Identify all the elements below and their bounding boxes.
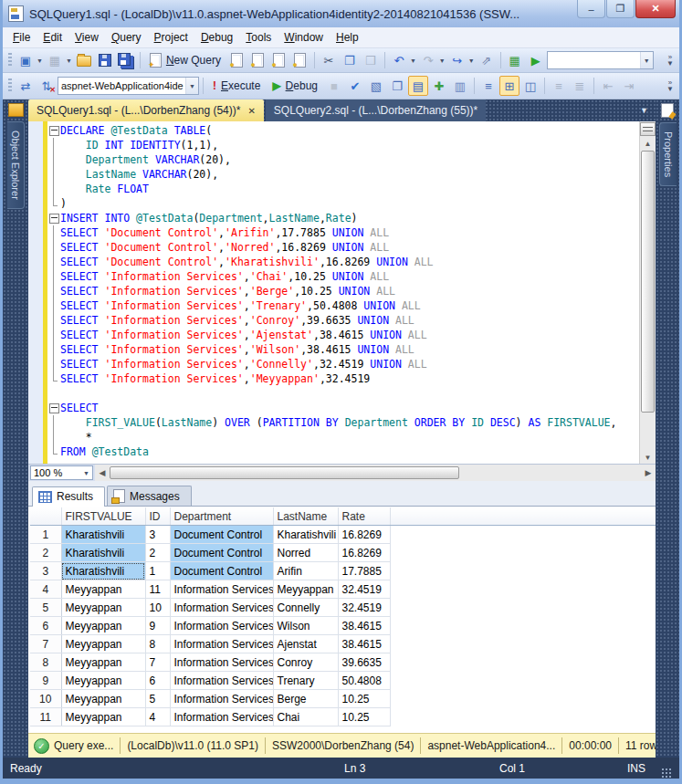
database-combo[interactable]: aspnet-WebApplication4ide▼ [58, 77, 199, 95]
row-header[interactable]: 9 [30, 672, 61, 690]
grid-cell[interactable]: 6 [145, 672, 170, 690]
redo-icon[interactable]: ↷ [418, 50, 438, 70]
grid-cell[interactable]: Information Services [170, 599, 273, 617]
open-file-button[interactable] [74, 50, 94, 70]
resize-grip[interactable] [662, 768, 672, 779]
code-area[interactable]: DECLARE @TestData TABLE( ID INT IDENTITY… [47, 121, 639, 464]
grid-cell[interactable]: 11 [145, 580, 170, 599]
new-query-button[interactable]: ✦New Query [144, 51, 226, 69]
toolbar-grip[interactable] [8, 78, 12, 93]
results-tab-messages[interactable]: Messages [107, 486, 192, 506]
maximize-button[interactable]: ❐ [606, 0, 635, 18]
chevron-down-icon[interactable]: ▼ [66, 57, 72, 64]
results-tab-results[interactable]: Results [32, 486, 105, 507]
row-header[interactable]: 2 [30, 544, 61, 562]
document-tab-2[interactable]: SQLQuery2.sql - (L...\DorbenZhang (55))* [266, 99, 486, 121]
increase-indent-icon[interactable]: ⇥ [619, 76, 639, 96]
parse-icon[interactable]: ✔ [345, 76, 365, 96]
minimize-button[interactable]: – [577, 0, 605, 18]
grid-cell[interactable]: 5 [145, 690, 170, 708]
title-bar[interactable]: SQLQuery1.sql - (LocalDb)\v11.0.aspnet-W… [3, 0, 679, 27]
toolbar-overflow-button[interactable]: »▼ [664, 54, 677, 67]
client-statistics-icon[interactable]: ▥ [450, 76, 470, 96]
horizontal-scroll-thumb[interactable] [110, 466, 459, 479]
grid-cell[interactable]: Conroy [273, 653, 338, 672]
grid-cell[interactable]: Kharatishvili [61, 562, 145, 580]
grid-cell[interactable]: Meyyappan [61, 653, 145, 672]
grid-cell[interactable]: 38.4615 [338, 635, 390, 653]
grid-cell[interactable]: Wilson [273, 617, 338, 635]
row-header[interactable]: 3 [30, 562, 61, 580]
grid-cell[interactable]: Information Services [170, 672, 273, 690]
menu-help[interactable]: Help [330, 28, 365, 47]
change-connection-icon[interactable]: ⇅✕ [37, 76, 57, 96]
row-header[interactable]: 1 [30, 526, 61, 544]
menu-project[interactable]: Project [148, 28, 194, 47]
chevron-down-icon[interactable]: ▼ [640, 52, 653, 68]
results-to-text-icon[interactable]: ≡ [478, 76, 498, 96]
ide-navigator-icon[interactable]: ⇗ [477, 50, 497, 70]
grid-cell[interactable]: Document Control [170, 544, 273, 562]
object-explorer-icon[interactable] [8, 103, 24, 117]
query-designer-icon[interactable]: ▦ [505, 50, 525, 70]
add-item-icon[interactable]: ▦ [45, 50, 65, 70]
grid-cell[interactable]: 50.4808 [338, 672, 390, 690]
properties-icon[interactable] [661, 103, 674, 118]
row-header[interactable]: 11 [30, 708, 61, 727]
column-header[interactable]: ID [145, 507, 170, 526]
scroll-up-icon[interactable]: ▲ [641, 137, 655, 150]
menu-view[interactable]: View [68, 28, 105, 47]
grid-cell[interactable]: Information Services [170, 635, 273, 653]
grid-cell[interactable]: 39.6635 [338, 653, 390, 672]
comment-selection-icon[interactable]: ≡ [549, 76, 569, 96]
fold-collapse-icon[interactable] [47, 211, 60, 225]
grid-cell[interactable]: 32.4519 [338, 580, 390, 599]
save-button[interactable] [95, 50, 115, 70]
grid-cell[interactable]: Connelly [273, 599, 338, 617]
grid-cell[interactable]: Ajenstat [273, 635, 338, 653]
grid-cell[interactable]: 9 [145, 617, 170, 635]
grid-cell[interactable]: Document Control [170, 526, 273, 544]
properties-tab[interactable]: Properties [659, 122, 677, 186]
database-engine-query-button[interactable]: ● [227, 50, 247, 70]
column-header[interactable]: FIRSTVALUE [61, 507, 145, 526]
mdx-query-button[interactable]: ● [248, 50, 268, 70]
grid-corner-header[interactable] [30, 507, 61, 526]
grid-cell[interactable]: 10.25 [338, 708, 390, 727]
row-header[interactable]: 10 [30, 690, 61, 708]
document-tab-1[interactable]: SQLQuery1.sql - (L...\DorbenZhang (54))*… [28, 99, 264, 121]
scroll-left-icon[interactable]: ◀ [95, 468, 110, 477]
grid-cell[interactable]: Trenary [273, 672, 338, 690]
grid-cell[interactable]: 16.8269 [338, 526, 390, 544]
dmx-query-button[interactable]: ● [269, 50, 289, 70]
grid-cell[interactable]: Information Services [170, 617, 273, 635]
grid-cell[interactable]: Arifin [273, 562, 338, 580]
grid-cell[interactable]: 32.4519 [338, 599, 390, 617]
execute-button[interactable]: !Execute [207, 78, 266, 94]
menu-window[interactable]: Window [278, 28, 330, 47]
chevron-down-icon[interactable]: ▼ [37, 57, 43, 64]
grid-cell[interactable]: 17.7885 [338, 562, 390, 580]
fold-collapse-icon[interactable] [47, 123, 60, 138]
menu-edit[interactable]: Edit [37, 28, 68, 47]
debug-button[interactable]: ▶Debug [267, 78, 323, 94]
grid-cell[interactable]: Norred [273, 544, 338, 562]
grid-cell[interactable]: 2 [145, 544, 170, 562]
grid-cell[interactable]: Kharatishvili [61, 526, 145, 544]
grid-cell[interactable]: Meyyappan [61, 690, 145, 708]
grid-cell[interactable]: Berge [273, 690, 338, 708]
close-button[interactable]: ✕ [635, 0, 676, 18]
grid-cell[interactable]: Meyyappan [61, 672, 145, 690]
scroll-down-icon[interactable]: ▼ [641, 451, 655, 464]
collapse-box-icon[interactable] [49, 126, 59, 136]
connect-icon[interactable]: ⇄ [16, 76, 36, 96]
vertical-scroll-thumb[interactable] [641, 151, 655, 413]
grid-cell[interactable]: 10 [145, 599, 170, 617]
uncomment-selection-icon[interactable]: ≣ [570, 76, 590, 96]
fold-collapse-icon[interactable] [47, 401, 60, 415]
grid-cell[interactable]: Meyyappan [61, 580, 145, 599]
chevron-down-icon[interactable]: ▼ [410, 57, 416, 64]
chevron-down-icon[interactable]: ▼ [439, 57, 446, 64]
grid-cell[interactable]: 1 [145, 562, 170, 580]
grid-cell[interactable]: Kharatishvili [61, 544, 145, 562]
